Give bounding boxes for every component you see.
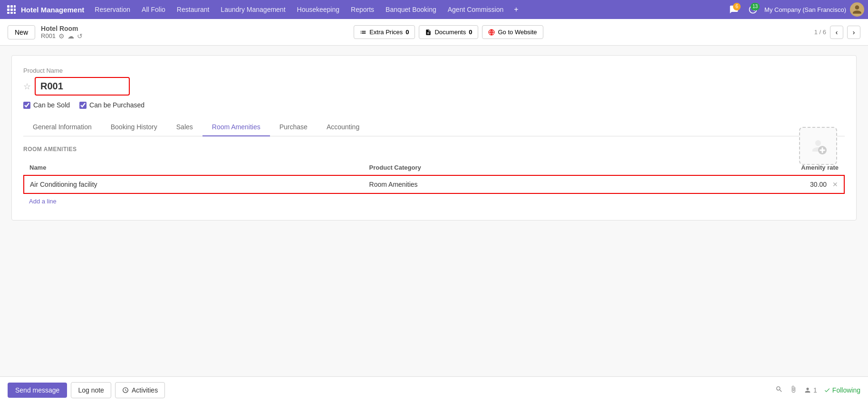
- documents-count: 0: [469, 29, 472, 36]
- followers-count: 1: [813, 386, 817, 394]
- messages-badge: 6: [733, 3, 741, 10]
- bottom-bar: Send message Log note Activities 1 Follo…: [0, 376, 868, 403]
- favorite-star-icon[interactable]: ☆: [23, 81, 31, 92]
- nav-housekeeping[interactable]: Housekeeping: [292, 4, 345, 15]
- following-label: Following: [832, 386, 860, 394]
- tab-purchase[interactable]: Purchase: [270, 118, 317, 136]
- tab-general-information[interactable]: General Information: [23, 118, 101, 136]
- apps-icon[interactable]: [4, 2, 19, 17]
- nav-reservation[interactable]: Reservation: [90, 4, 135, 15]
- amenity-rate-cell: 30.00 ✕: [635, 175, 844, 193]
- svg-rect-6: [7, 12, 10, 14]
- svg-rect-7: [10, 12, 13, 14]
- svg-rect-3: [7, 9, 10, 11]
- new-button[interactable]: New: [8, 25, 35, 39]
- search-icon[interactable]: [775, 385, 783, 394]
- documents-button[interactable]: Documents 0: [419, 25, 478, 39]
- nav-add-menu[interactable]: +: [510, 3, 522, 16]
- col-product-category: Product Category: [364, 160, 635, 175]
- table-row[interactable]: Air Conditioning facility Room Amenities…: [24, 175, 844, 193]
- amenities-table: Name Product Category Amenity rate Air C…: [23, 160, 845, 194]
- log-note-button[interactable]: Log note: [71, 382, 111, 398]
- company-name[interactable]: My Company (San Francisco): [764, 6, 846, 13]
- action-bar: New Hotel Room R001 ⚙ ☁ ↺ Extra Prices 0…: [0, 19, 868, 46]
- svg-rect-0: [7, 5, 10, 8]
- extra-prices-button[interactable]: Extra Prices 0: [354, 25, 415, 39]
- main-content: Product Name ☆ Can be Sold Can be Purcha…: [0, 46, 868, 376]
- tab-room-amenities[interactable]: Room Amenities: [203, 118, 270, 136]
- activities-badge: 13: [751, 3, 760, 10]
- bottom-right: 1 Following: [775, 385, 860, 394]
- nav-laundry-management[interactable]: Laundry Management: [216, 4, 290, 15]
- product-name-input[interactable]: [35, 77, 130, 96]
- documents-label: Documents: [434, 29, 466, 36]
- send-message-button[interactable]: Send message: [8, 383, 67, 398]
- app-name: Hotel Management: [21, 6, 84, 14]
- tabs-row: General Information Booking History Sale…: [23, 118, 845, 136]
- user-avatar[interactable]: [850, 2, 864, 17]
- tab-sales[interactable]: Sales: [167, 118, 203, 136]
- delete-row-icon[interactable]: ✕: [832, 181, 838, 188]
- refresh-icon[interactable]: ↺: [77, 32, 83, 40]
- go-to-website-label: Go to Website: [498, 29, 537, 36]
- breadcrumb: Hotel Room R001 ⚙ ☁ ↺: [41, 25, 83, 40]
- tab-accounting[interactable]: Accounting: [317, 118, 369, 136]
- checkboxes-row: Can be Sold Can be Purchased: [23, 101, 845, 109]
- svg-rect-4: [10, 9, 13, 11]
- svg-rect-8: [14, 12, 16, 14]
- attachment-icon[interactable]: [790, 385, 797, 394]
- product-name-row: ☆: [23, 77, 845, 96]
- amenity-product-category: Room Amenities: [364, 175, 635, 193]
- top-nav: Hotel Management Reservation All Folio R…: [0, 0, 868, 19]
- can-be-sold-checkbox[interactable]: Can be Sold: [23, 101, 70, 109]
- settings-icon[interactable]: ⚙: [58, 32, 65, 40]
- nav-restaurant[interactable]: Restaurant: [172, 4, 214, 15]
- room-amenities-title: ROOM AMENITIES: [23, 146, 845, 153]
- amenity-name: Air Conditioning facility: [24, 175, 364, 193]
- activities-icon-btn[interactable]: 13: [745, 2, 761, 17]
- nav-banquet-booking[interactable]: Banquet Booking: [381, 4, 441, 15]
- next-record-button[interactable]: ›: [847, 26, 860, 39]
- tab-booking-history[interactable]: Booking History: [101, 118, 167, 136]
- extra-prices-count: 0: [405, 29, 409, 36]
- product-image-upload[interactable]: [799, 127, 837, 165]
- col-name: Name: [24, 160, 364, 175]
- extra-prices-label: Extra Prices: [369, 29, 403, 36]
- add-line-button[interactable]: Add a line: [23, 194, 62, 209]
- messages-icon-btn[interactable]: 6: [726, 2, 742, 17]
- prev-record-button[interactable]: ‹: [830, 26, 843, 39]
- breadcrumb-title: Hotel Room: [41, 25, 83, 32]
- go-to-website-button[interactable]: Go to Website: [482, 25, 543, 39]
- activities-label: Activities: [132, 386, 158, 394]
- product-name-label: Product Name: [23, 67, 845, 74]
- breadcrumb-sub: R001: [41, 32, 56, 39]
- form-card: Product Name ☆ Can be Sold Can be Purcha…: [11, 55, 857, 221]
- can-be-purchased-checkbox[interactable]: Can be Purchased: [79, 101, 145, 109]
- nav-all-folio[interactable]: All Folio: [137, 4, 170, 15]
- cloud-icon[interactable]: ☁: [68, 32, 74, 40]
- nav-reports[interactable]: Reports: [346, 4, 379, 15]
- following-button[interactable]: Following: [824, 386, 860, 394]
- followers-count-icon[interactable]: 1: [804, 386, 817, 394]
- room-amenities-section: ROOM AMENITIES Name Product Category Ame…: [23, 146, 845, 209]
- pagination-text: 1 / 6: [814, 29, 826, 36]
- svg-rect-5: [14, 9, 16, 11]
- svg-rect-1: [10, 5, 13, 8]
- activities-button[interactable]: Activities: [115, 382, 165, 398]
- svg-rect-2: [14, 5, 16, 8]
- nav-agent-commission[interactable]: Agent Commission: [443, 4, 509, 15]
